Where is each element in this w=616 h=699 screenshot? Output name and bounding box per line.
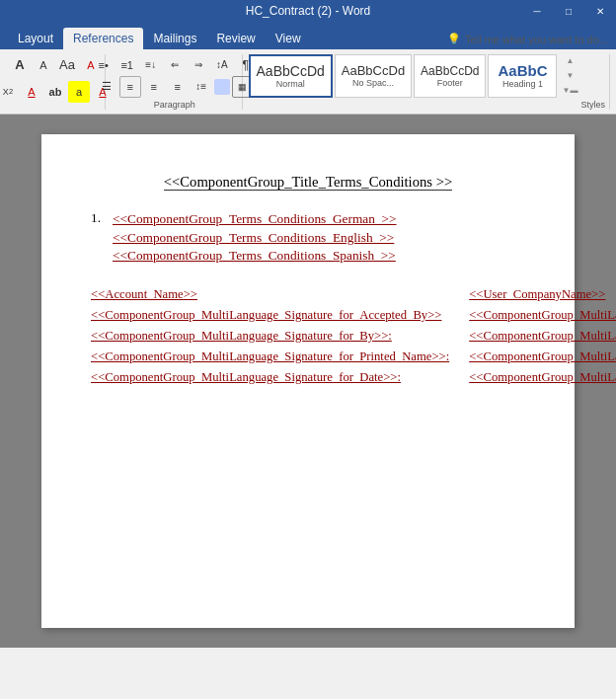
style-normal-preview: AaBbCcDd	[257, 63, 325, 79]
shading-button[interactable]	[214, 79, 230, 95]
left-by: <<ComponentGroup_MultiLanguage_Signature…	[91, 327, 449, 346]
doc-title-block: <<ComponentGroup_Title_Terms_Conditions …	[91, 174, 525, 191]
document-page: <<ComponentGroup_Title_Terms_Conditions …	[41, 134, 575, 628]
tab-review[interactable]: Review	[206, 28, 265, 49]
change-case-button[interactable]: Aa	[56, 54, 78, 76]
left-account-name: <<Account_Name>>	[91, 285, 449, 304]
tab-view[interactable]: View	[266, 28, 311, 49]
ribbon-toolbar: A A Aa A X2 A ab a A ≡• ≡1 ≡↓ ⇐ ⇒ ↕A ¶ ☰…	[0, 49, 616, 115]
style-heading1-label: Heading 1	[502, 79, 543, 89]
left-date: <<ComponentGroup_MultiLanguage_Signature…	[91, 368, 449, 387]
ribbon-tab-bar: Layout References Mailings Review View 💡…	[0, 22, 616, 49]
align-left-button[interactable]: ☰	[96, 76, 117, 98]
right-company-name: <<User_CompanyName>>	[469, 285, 616, 304]
styles-scroll-up[interactable]: ▲	[559, 54, 580, 69]
sig-col-left: <<Account_Name>> <<ComponentGroup_MultiL…	[91, 285, 449, 389]
list-item-1-num: 1.	[91, 210, 107, 266]
minimize-button[interactable]: ─	[521, 0, 553, 22]
align-center-button[interactable]: ≡	[119, 76, 141, 98]
left-printed-name: <<ComponentGroup_MultiLanguage_Signature…	[91, 348, 449, 366]
numbering-button[interactable]: ≡1	[116, 54, 138, 76]
right-by: <<ComponentGroup_MultiLanguage_Signature…	[469, 327, 616, 346]
font-grow-button[interactable]: A	[9, 54, 31, 76]
style-heading1-preview: AaBbC	[498, 62, 547, 79]
style-footer-preview: AaBbCcDd	[421, 64, 479, 78]
tell-me-text: Tell me what you want to do...	[465, 34, 608, 45]
style-normal[interactable]: AaBbCcDd Normal	[249, 54, 333, 98]
styles-scroll-down[interactable]: ▼	[559, 68, 580, 83]
subscript-button[interactable]: X2	[0, 81, 19, 103]
style-nospace-label: No Spac...	[352, 78, 394, 88]
style-heading1[interactable]: AaBbC Heading 1	[488, 54, 557, 98]
font-color-text[interactable]: A	[21, 81, 42, 103]
sig-col-right: <<User_CompanyName>> <<ComponentGroup_Mu…	[469, 285, 616, 389]
title-bar: HC_Contract (2) - Word ─ □ ✕	[0, 0, 616, 22]
tab-layout[interactable]: Layout	[8, 28, 63, 49]
bold-button[interactable]: ab	[44, 81, 66, 103]
lightbulb-icon: 💡	[447, 33, 461, 45]
style-nospace-preview: AaBbCcDd	[342, 63, 405, 78]
line-spacing-button[interactable]: ↕≡	[191, 76, 212, 98]
app-title: HC_Contract (2) - Word	[246, 4, 370, 18]
style-normal-label: Normal	[276, 79, 305, 89]
right-printed-name: <<ComponentGroup_MultiLanguage_Signature…	[469, 348, 616, 366]
justify-button[interactable]: ≡	[167, 76, 189, 98]
doc-title: <<ComponentGroup_Title_Terms_Conditions …	[164, 174, 452, 191]
align-right-button[interactable]: ≡	[143, 76, 165, 98]
styles-expand[interactable]: ▼▬	[559, 83, 580, 98]
maximize-button[interactable]: □	[553, 0, 584, 22]
paragraph-group-label: Paragraph	[154, 100, 195, 110]
right-date: <<ComponentGroup_MultiLanguage_Signature…	[469, 368, 616, 387]
signature-section: <<Account_Name>> <<ComponentGroup_MultiL…	[91, 285, 525, 389]
window-controls: ─ □ ✕	[521, 0, 616, 22]
close-button[interactable]: ✕	[584, 0, 616, 22]
increase-indent-button[interactable]: ⇒	[188, 54, 209, 76]
styles-group: AaBbCcDd Normal AaBbCcDd No Spac... AaBb…	[245, 54, 610, 110]
list-item-1: 1. <<ComponentGroup_Terms_Conditions_Ger…	[91, 210, 525, 266]
font-size-group: A A Aa A X2 A ab a A	[6, 54, 106, 110]
left-accepted-by: <<ComponentGroup_MultiLanguage_Signature…	[91, 306, 449, 325]
styles-group-label: Styles	[580, 98, 605, 110]
tab-mailings[interactable]: Mailings	[143, 28, 206, 49]
styles-gallery: AaBbCcDd Normal AaBbCcDd No Spac... AaBb…	[249, 54, 558, 98]
right-accepted-by: <<ComponentGroup_MultiLanguage_Signature…	[469, 306, 616, 325]
paragraph-group: ≡• ≡1 ≡↓ ⇐ ⇒ ↕A ¶ ☰ ≡ ≡ ≡ ↕≡ ▦ Paragraph	[108, 54, 243, 110]
bullets-button[interactable]: ≡•	[93, 54, 115, 76]
sort-button[interactable]: ↕A	[211, 54, 233, 76]
font-shrink-button[interactable]: A	[33, 54, 54, 76]
highlight-button[interactable]: a	[68, 81, 90, 103]
style-footer-label: Footer	[437, 78, 463, 88]
tab-references[interactable]: References	[63, 28, 143, 49]
decrease-indent-button[interactable]: ⇐	[164, 54, 186, 76]
style-footer[interactable]: AaBbCcDd Footer	[414, 54, 486, 98]
terms-list: 1. <<ComponentGroup_Terms_Conditions_Ger…	[91, 210, 525, 266]
list-item-1-text: <<ComponentGroup_Terms_Conditions_German…	[113, 210, 525, 266]
multilevel-list-button[interactable]: ≡↓	[140, 54, 162, 76]
tell-me-bar[interactable]: 💡 Tell me what you want to do...	[447, 33, 608, 45]
document-area: <<ComponentGroup_Title_Terms_Conditions …	[0, 115, 616, 648]
style-nospace[interactable]: AaBbCcDd No Spac...	[335, 54, 412, 98]
